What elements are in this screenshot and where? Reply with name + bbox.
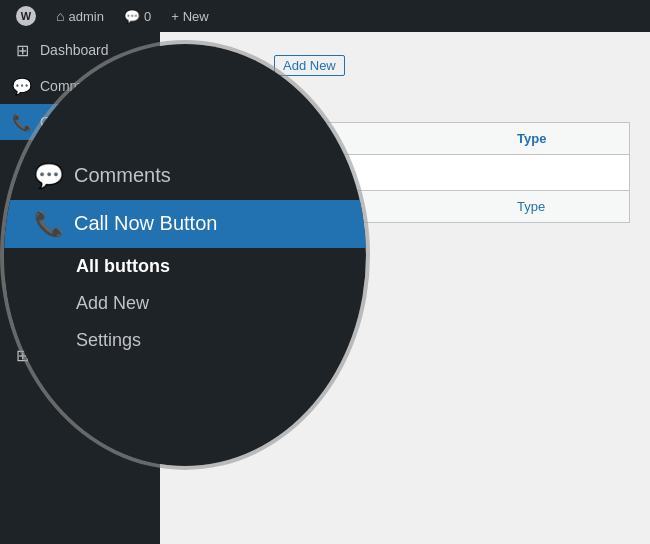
mag-phone-icon: 📞: [34, 210, 62, 238]
plus-icon: +: [171, 9, 179, 24]
comments-count: 0: [144, 9, 151, 24]
magnify-overlay: 💬 Comments 📞 Call Now Button All buttons…: [0, 40, 370, 470]
mag-allbuttons-label: All buttons: [76, 256, 170, 277]
new-content-button[interactable]: + New: [163, 0, 217, 32]
wp-logo-icon: W: [16, 6, 36, 26]
sidebar-dashboard-label: Dashboard: [40, 42, 109, 58]
dashboard-icon: ⊞: [12, 41, 32, 60]
home-icon: ⌂: [56, 8, 64, 24]
active-arrow-icon: [356, 214, 368, 234]
comment-icon: 💬: [124, 9, 140, 24]
mag-callnow-label: Call Now Button: [74, 212, 217, 235]
mag-comments-item[interactable]: 💬 Comments: [4, 152, 366, 200]
phone-icon: 📞: [12, 113, 32, 132]
mag-addnew-label: Add New: [76, 293, 149, 314]
mag-allbuttons-item[interactable]: All buttons: [4, 248, 366, 285]
comments-button[interactable]: 💬 0: [116, 0, 159, 32]
new-label: New: [183, 9, 209, 24]
wp-logo-button[interactable]: W: [8, 0, 44, 32]
mag-addnew-item[interactable]: Add New: [4, 285, 366, 322]
magnify-content: 💬 Comments 📞 Call Now Button All buttons…: [4, 44, 366, 466]
admin-username: admin: [68, 9, 103, 24]
admin-home-button[interactable]: ⌂ admin: [48, 0, 112, 32]
col-type-header: Type: [517, 131, 617, 146]
admin-bar: W ⌂ admin 💬 0 + New: [0, 0, 650, 32]
mag-comments-label: Comments: [74, 164, 171, 187]
mag-comments-icon: 💬: [34, 162, 62, 190]
comments-sidebar-icon: 💬: [12, 77, 32, 96]
mag-settings-label: Settings: [76, 330, 141, 351]
mag-settings-item[interactable]: Settings: [4, 322, 366, 359]
mag-callnow-item[interactable]: 📞 Call Now Button: [4, 200, 366, 248]
footer-type: Type: [517, 199, 617, 214]
